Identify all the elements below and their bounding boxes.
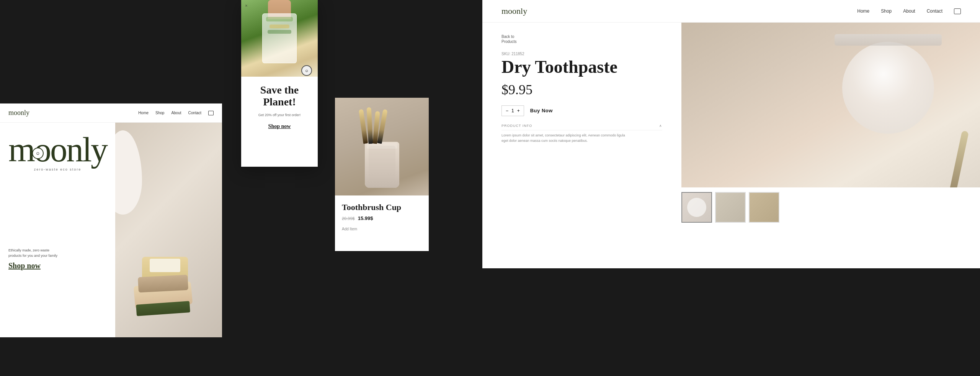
cup-product [365, 142, 399, 188]
popup-smiley-icon: ☺ [301, 65, 312, 76]
detail-left-column: Back toProducts SKU: 211852 Dry Toothpas… [482, 23, 681, 268]
thumbnail-2[interactable] [715, 192, 746, 223]
thumbnail-3[interactable] [749, 192, 779, 223]
hero-description: Ethically made, zero waste products for … [8, 248, 58, 258]
toothbrush-2 [367, 107, 373, 144]
product-info-section: PRODUCT INFO ∧ [501, 124, 662, 130]
product-description: Lorem ipsum dolor sit amet, consectetaur… [501, 133, 632, 144]
nav-contact[interactable]: Contact [188, 111, 201, 115]
blob-shape [115, 130, 142, 215]
thumbnail-1[interactable] [681, 192, 712, 223]
product-card-image [335, 98, 429, 195]
detail-nav-about[interactable]: About [903, 8, 915, 14]
qty-plus[interactable]: + [517, 108, 520, 113]
sku-info: SKU: 211852 [501, 52, 662, 56]
header: moonly Home Shop About Contact [0, 103, 222, 123]
qty-value: 1 [511, 108, 514, 113]
product-card-info: Toothbrush Cup 20.99$ 15.99$ Add Item [335, 195, 429, 239]
nav-home[interactable]: Home [138, 111, 149, 115]
nav-about[interactable]: About [171, 111, 181, 115]
hero-image [115, 123, 222, 337]
buy-now-button[interactable]: Buy Now [530, 108, 553, 113]
product-info-label: PRODUCT INFO [501, 124, 532, 128]
product-detail-page: moonly Home Shop About Contact Back toPr… [482, 0, 980, 268]
detail-cart-icon[interactable] [954, 8, 961, 14]
old-price: 20.99$ [342, 216, 355, 221]
quantity-stepper[interactable]: − 1 + [501, 105, 524, 116]
product-photo [115, 123, 222, 337]
product-main-image [681, 23, 980, 187]
new-price: 15.99$ [358, 215, 373, 221]
popup-content: Save the Planet! Get 20% off your first … [241, 77, 318, 137]
product-info-chevron[interactable]: ∧ [659, 124, 662, 128]
smiley-icon: ☺ [32, 148, 44, 159]
logo: moonly [8, 109, 29, 117]
detail-nav-contact[interactable]: Contact [927, 8, 942, 14]
popup-subtext: Get 20% off your first order! [248, 113, 311, 118]
popup-shop-button[interactable]: Shop now [248, 123, 311, 130]
popup-headline: Save the Planet! [248, 84, 311, 108]
product-card: Toothbrush Cup 20.99$ 15.99$ Add Item [335, 98, 429, 251]
soap-product-2 [138, 275, 188, 293]
detail-nav: Home Shop About Contact [857, 8, 961, 14]
popup-modal: × ☺ Save the Planet! Get 20% off your fi… [241, 0, 318, 167]
product-card-title: Toothbrush Cup [342, 202, 422, 212]
detail-header: moonly Home Shop About Contact [482, 0, 980, 23]
nav-shop[interactable]: Shop [155, 111, 164, 115]
detail-nav-shop[interactable]: Shop [881, 8, 892, 14]
hero-section: moonly ☺ zero-waste eco store Ethically … [0, 123, 222, 337]
product-thumbnails [681, 187, 980, 227]
shop-now-button[interactable]: Shop now [8, 261, 107, 270]
detail-nav-home[interactable]: Home [857, 8, 869, 14]
brand-name: moonly [8, 134, 107, 165]
brush-bristles [150, 259, 180, 272]
detail-right-column [681, 23, 980, 268]
popup-product-image: ☺ [241, 0, 318, 77]
sku-label: SKU: [501, 52, 510, 56]
product-detail-title: Dry Toothpaste [501, 57, 662, 77]
qty-minus[interactable]: − [506, 108, 508, 113]
detail-logo: moonly [501, 6, 527, 16]
back-to-products[interactable]: Back toProducts [501, 34, 662, 44]
landing-page-panel: moonly Home Shop About Contact moonly ☺ … [0, 103, 222, 337]
product-pricing: 20.99$ 15.99$ [342, 215, 422, 221]
cart-icon[interactable] [208, 111, 214, 115]
quantity-row: − 1 + Buy Now [501, 105, 662, 116]
sku-value: 211852 [511, 52, 524, 56]
close-button[interactable]: × [245, 3, 248, 9]
add-item-button[interactable]: Add Item [342, 227, 357, 231]
nav: Home Shop About Contact [138, 111, 214, 115]
detail-body: Back toProducts SKU: 211852 Dry Toothpas… [482, 23, 980, 268]
hero-text: moonly ☺ zero-waste eco store Ethically … [0, 123, 115, 337]
product-detail-price: $9.95 [501, 82, 662, 98]
